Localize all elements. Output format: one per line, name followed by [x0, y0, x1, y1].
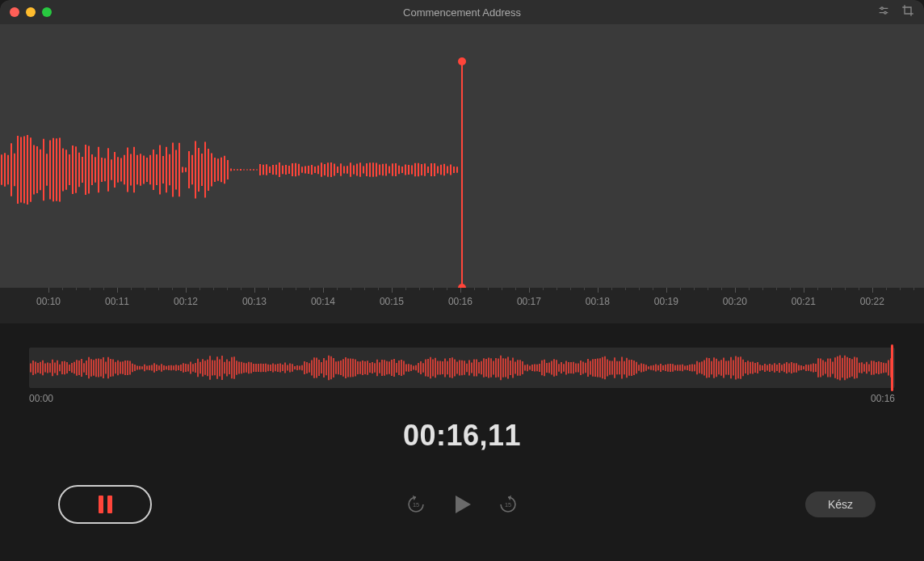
overview-playhead[interactable] [891, 344, 893, 391]
overview-end-time: 00:16 [871, 393, 895, 404]
ruler-tick: 00:13 [234, 288, 275, 307]
skip-forward-button[interactable]: 15 [498, 494, 519, 515]
skip-back-button[interactable]: 15 [405, 494, 426, 515]
ruler-tick: 00:12 [166, 288, 206, 307]
waveform-main[interactable] [0, 24, 924, 288]
play-button[interactable] [449, 491, 475, 517]
ruler-tick: 00:21 [783, 288, 824, 307]
svg-marker-5 [456, 496, 471, 513]
ruler-tick: 00:14 [303, 288, 343, 307]
ruler-tick: 00:18 [578, 288, 618, 307]
ruler-tick: 00:22 [852, 288, 892, 307]
minimize-window-button[interactable] [26, 7, 36, 17]
close-window-button[interactable] [10, 7, 19, 17]
pause-icon [99, 496, 112, 513]
ruler-tick: 00:20 [715, 288, 755, 307]
window-title: Commencement Address [403, 6, 521, 19]
svg-point-1 [881, 7, 884, 10]
ruler-tick: 00:11 [97, 288, 137, 307]
svg-text:15: 15 [505, 501, 511, 508]
current-time-display: 00:16,11 [0, 419, 924, 453]
playhead[interactable] [461, 61, 463, 288]
ruler-tick: 00:19 [646, 288, 687, 307]
crop-icon[interactable] [901, 4, 914, 20]
done-button[interactable]: Kész [805, 491, 876, 517]
titlebar: Commencement Address [0, 0, 924, 24]
pause-recording-button[interactable] [58, 485, 152, 524]
svg-point-3 [884, 11, 887, 14]
maximize-window-button[interactable] [42, 7, 52, 17]
overview-start-time: 00:00 [29, 393, 53, 404]
settings-sliders-icon[interactable] [877, 4, 890, 20]
ruler-tick: 00:15 [372, 288, 412, 307]
traffic-lights [10, 7, 52, 17]
ruler-tick: 00:17 [509, 288, 549, 307]
svg-text:15: 15 [413, 501, 419, 508]
time-ruler[interactable]: 00:1000:1100:1200:1300:1400:1500:1600:17… [0, 288, 924, 323]
waveform-overview[interactable] [29, 348, 895, 388]
ruler-tick: 00:16 [440, 288, 481, 307]
ruler-tick: 00:10 [28, 288, 69, 307]
